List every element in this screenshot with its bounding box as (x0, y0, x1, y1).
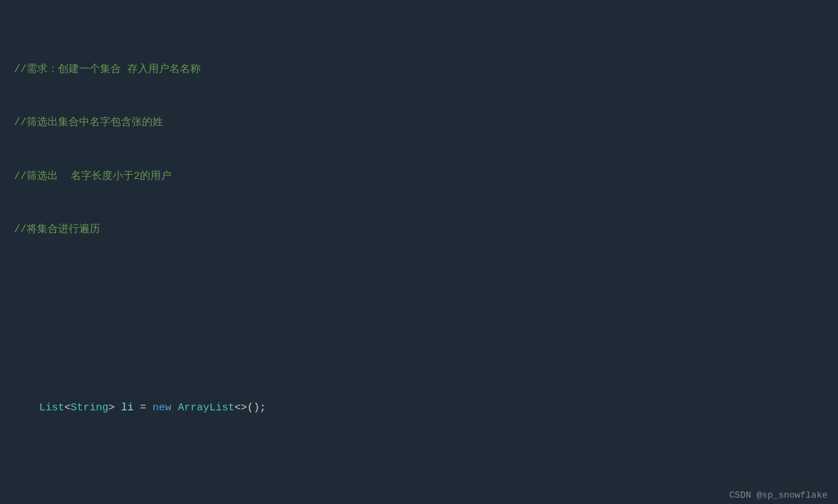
code-line-comment2: //筛选出集合中名字包含张的姓 (14, 114, 824, 132)
code-line-comment3: //筛选出 名字长度小于2的用户 (14, 168, 824, 186)
code-line-add1: li.add("张三风"); (14, 489, 824, 505)
blank-line-1 (14, 292, 824, 310)
footer-credit: CSDN @sp_snowflake (719, 487, 838, 504)
code-editor: //需求：创建一个集合 存入用户名名称 //筛选出集合中名字包含张的姓 //筛选… (0, 0, 838, 504)
code-line-comment1: //需求：创建一个集合 存入用户名名称 (14, 61, 824, 79)
code-line-list-decl: List<String> li = new ArrayList<>(); (14, 382, 824, 435)
code-line-comment4: //将集合进行遍历 (14, 221, 824, 239)
